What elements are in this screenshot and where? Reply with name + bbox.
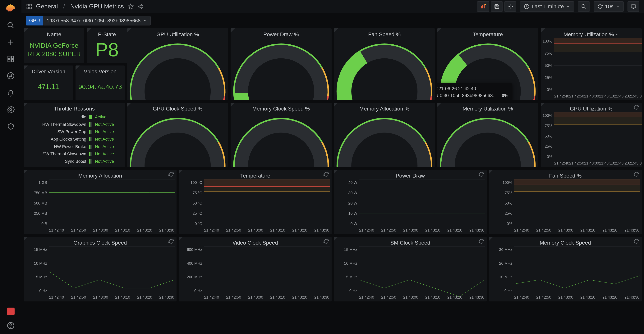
panel-memory-utilization-ts-top[interactable]: Memory Utilization % 100%75%50%25%0%21:4… [541,28,642,100]
gpu-name-value: NVIDIA GeForce RTX 2080 SUPER [26,38,82,61]
panel-power-draw-gauge[interactable]: Power Draw % 11.5% [230,28,332,100]
panel-vbios[interactable]: Vbios Version 90.04.7a.40.73 [76,65,125,100]
panel-memory-allocation-ts[interactable]: Memory Allocation 1 GB750 MB500 MB250 MB… [24,170,176,234]
svg-point-8 [10,327,11,328]
panel-fan-speed-ts[interactable]: Fan Speed % 100%75%50%25%0%21:42:4021:42… [489,170,642,234]
throttle-list: IdleActiveHW Thermal SlowdownNot ActiveS… [26,112,123,165]
throttle-row: HW Thermal SlowdownNot Active [29,122,120,127]
panel-power-draw-ts[interactable]: Power Draw 40 W30 W20 W10 W0 W21:42:4021… [334,170,487,234]
svg-point-6 [10,109,12,110]
configuration-icon[interactable] [6,105,15,114]
pstate-value: P8 [88,38,125,61]
throttle-row: Sync BoostNot Active [29,159,120,164]
help-icon[interactable] [6,321,15,330]
panel-gpu-clock-gauge[interactable]: GPU Clock Speed % 0.395% [127,103,228,167]
favorite-icon[interactable] [128,3,134,9]
settings-button[interactable] [504,1,516,12]
panel-temperature-ts[interactable]: Temperature 100 °C75 °C50 °C25 °C0 °C21:… [179,170,332,234]
dashboards-icon[interactable] [6,54,15,64]
panel-gpu-utilization-gauge[interactable]: GPU Utilization % 0% [127,28,228,100]
svg-point-15 [142,7,143,9]
explore-icon[interactable] [6,71,15,80]
svg-rect-18 [484,4,484,8]
server-admin-icon[interactable] [6,122,15,131]
share-icon[interactable] [138,3,144,9]
svg-rect-17 [482,5,483,8]
panel-name[interactable]: Name NVIDIA GeForce RTX 2080 SUPER [24,28,84,63]
profile-icon[interactable] [7,308,14,315]
variable-label: GPU [26,16,43,25]
vbios-version-value: 90.04.7a.40.73 [78,75,123,98]
panel-memory-clock-ts[interactable]: Memory Clock Speed 30 MHz20 MHz10 MHz0 H… [489,237,642,302]
svg-rect-11 [27,7,28,8]
svg-rect-1 [8,56,10,58]
svg-rect-16 [481,6,482,8]
svg-rect-4 [11,59,14,62]
variable-bar: GPU 1937b558-347d-0f30-105b-893b98985668 [22,13,644,28]
throttle-row: HW Power BrakeNot Active [29,144,120,149]
panel-temperature-gauge[interactable]: Temperature 34 °C 2021-06-26 21:42:40 19… [437,28,538,100]
dashboard-grid: Name NVIDIA GeForce RTX 2080 SUPER P-Sta… [22,28,644,306]
refresh-button[interactable]: 10s [594,1,624,12]
breadcrumb-sep: / [63,3,65,10]
tooltip: 2021-06-26 21:42:40 1937b558-347d-0f30-1… [437,83,512,100]
view-mode-button[interactable] [628,1,640,12]
plus-icon[interactable] [6,37,15,47]
panel-driver[interactable]: Driver Version 471.11 [24,65,73,100]
driver-version-value: 471.11 [26,75,71,98]
panel-sm-clock-ts[interactable]: SM Clock Speed 15 MHz10 MHz5 MHz0 Hz21:4… [334,237,487,302]
svg-point-14 [138,6,140,7]
svg-point-5 [8,73,14,79]
throttle-row: SW Thermal SlowdownNot Active [29,151,120,156]
throttle-row: IdleActive [29,114,120,119]
alerting-icon[interactable] [6,88,15,97]
svg-point-19 [510,6,511,7]
dashboard-home-icon[interactable] [26,3,32,9]
breadcrumb-current[interactable]: Nvidia GPU Metrics [70,3,124,10]
variable-dropdown[interactable]: 1937b558-347d-0f30-105b-893b98985668 [43,16,151,25]
svg-rect-10 [30,4,32,6]
panel-memory-utilization-gauge[interactable]: Memory Utilization % 0% [437,103,538,167]
svg-rect-2 [11,56,14,58]
panel-pstate[interactable]: P-State P8 [87,28,127,63]
refresh-interval: 10s [605,3,614,9]
svg-point-0 [8,22,12,27]
svg-rect-9 [27,4,28,6]
panel-fan-speed-gauge[interactable]: Fan Speed % 37% [334,28,435,100]
save-button[interactable] [491,1,503,12]
svg-rect-3 [8,59,10,62]
panel-memory-clock-gauge[interactable]: Memory Clock Speed % 0.310% [230,103,332,167]
search-icon[interactable] [6,21,15,30]
nav-sidebar [0,0,22,334]
time-picker-button[interactable]: Last 1 minute [520,1,574,12]
throttle-row: SW Power CapNot Active [29,129,120,134]
zoom-out-button[interactable] [578,1,590,12]
grafana-logo[interactable] [6,3,16,13]
panel-throttle-reasons[interactable]: Throttle Reasons IdleActiveHW Thermal Sl… [24,103,125,167]
svg-rect-12 [30,7,32,8]
panel-gpu-utilization-ts[interactable]: GPU Utilization % 100%75%50%25%0%21:42:4… [541,103,642,167]
panel-graphics-clock-ts[interactable]: Graphics Clock Speed 15 MHz10 MHz5 MHz0 … [24,237,176,302]
top-nav: General / Nvidia GPU Metrics Last 1 minu… [22,0,644,13]
breadcrumb-root[interactable]: General [36,3,58,10]
svg-rect-22 [631,4,636,8]
throttle-row: App Clocks SettingNot Active [29,137,120,142]
time-picker-label: Last 1 minute [532,3,564,9]
panel-memory-allocation-gauge[interactable]: Memory Allocation % 11.2% [334,103,435,167]
panel-video-clock-ts[interactable]: Video Clock Speed 600 MHz400 MHz200 MHz0… [179,237,332,302]
svg-point-13 [142,4,143,5]
add-panel-button[interactable] [477,1,489,12]
